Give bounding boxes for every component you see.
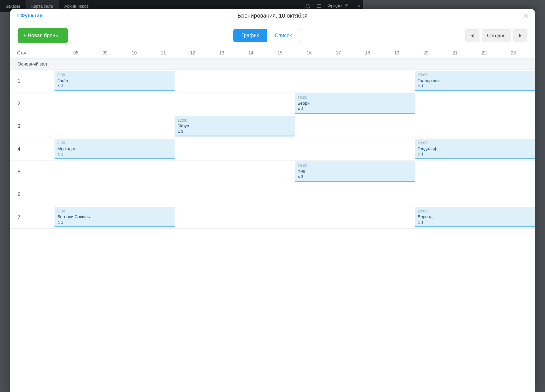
- table-id: 3: [10, 115, 54, 138]
- booking-guests: 1: [57, 151, 172, 157]
- booking-guests: 1: [57, 220, 172, 225]
- svg-rect-3: [345, 6, 348, 8]
- booking-block[interactable]: 8:00Меріадок1: [54, 139, 175, 159]
- table-row: 48:00Меріадок120:00Гендальф1: [10, 138, 363, 161]
- svg-point-12: [58, 153, 59, 154]
- svg-point-11: [178, 130, 179, 131]
- timeline-header: Стол 08091011121314151617181920212223: [10, 49, 363, 59]
- booking-time: 8:00: [57, 72, 172, 78]
- topbar-right: Фродо: [305, 3, 360, 9]
- booking-guests: 3: [177, 129, 292, 134]
- booking-name: Беггінси Саквіль: [57, 214, 172, 220]
- view-toggle: График Список: [233, 29, 300, 42]
- timeline-body[interactable]: Основний зал 18:00Глоїн320:00Галадріель1…: [10, 59, 363, 262]
- table-id: 2: [10, 92, 54, 115]
- table-id: 7: [10, 206, 54, 228]
- table-row: 6: [10, 183, 363, 206]
- table-timeline: 16:00Філі3: [54, 161, 363, 183]
- booking-block[interactable]: 8:00Глоїн3: [54, 71, 175, 91]
- booking-block[interactable]: 12:00Біфур3: [175, 116, 295, 136]
- table-timeline: 16:00Беорн4: [54, 92, 363, 115]
- new-booking-button[interactable]: + Новая бронь...: [18, 28, 68, 43]
- booking-time: 12:00: [177, 118, 292, 123]
- table-id: 4: [10, 138, 54, 160]
- booking-guests: 3: [57, 83, 172, 89]
- table-id: 1: [10, 70, 54, 92]
- timeline-grid: Основний зал 18:00Глоїн320:00Галадріель1…: [10, 59, 363, 262]
- hour-label: 14: [236, 50, 266, 56]
- table-row: 78:00Беггінси Саквіль120:00Елронд1: [10, 206, 363, 229]
- booking-time: 8:00: [57, 208, 172, 214]
- svg-point-10: [298, 108, 299, 109]
- svg-point-15: [58, 221, 59, 222]
- table-timeline: 12:00Біфур3: [54, 115, 363, 137]
- booking-guests: 3: [297, 174, 363, 180]
- booking-block[interactable]: 16:00Беорн4: [295, 93, 363, 114]
- table-timeline: 8:00Глоїн320:00Галадріель1: [54, 70, 363, 92]
- hour-label: 08: [61, 50, 91, 56]
- booking-time: 16:00: [297, 95, 363, 100]
- chevron-left-icon: [16, 14, 20, 18]
- booking-name: Філі: [297, 168, 363, 174]
- hour-label: 17: [324, 50, 353, 56]
- booking-block[interactable]: 16:00Філі3: [295, 161, 363, 182]
- table-timeline: 8:00Меріадок120:00Гендальф1: [54, 138, 363, 160]
- view-toggle-list[interactable]: Список: [267, 29, 300, 42]
- dialog-header: Функции Бронирования, 10 октября: [10, 9, 363, 23]
- lock-icon: [344, 3, 349, 9]
- bookings-dialog: Функции Бронирования, 10 октября + Новая…: [10, 9, 363, 262]
- menu-icon[interactable]: [316, 3, 322, 9]
- hour-label: 18: [353, 50, 364, 56]
- booking-name: Глоїн: [57, 78, 172, 83]
- back-button[interactable]: Функции: [16, 13, 43, 19]
- dialog-toolbar: + Новая бронь... График Список Сегодня: [10, 23, 363, 49]
- dialog-title: Бронирования, 10 октября: [10, 12, 363, 19]
- table-id: 6: [10, 183, 54, 206]
- hour-label: 09: [91, 50, 120, 56]
- bell-icon[interactable]: [305, 3, 311, 9]
- booking-time: 16:00: [297, 163, 363, 168]
- table-row: 18:00Глоїн320:00Галадріель1: [10, 70, 363, 92]
- booking-guests: 4: [297, 106, 363, 111]
- svg-point-14: [298, 176, 299, 177]
- status-dot: [358, 5, 360, 7]
- table-row: 516:00Філі3: [10, 161, 363, 183]
- table-row: 216:00Беорн4: [10, 92, 363, 115]
- booking-name: Беорн: [297, 100, 363, 106]
- table-timeline: [54, 183, 363, 205]
- table-column-header: Стол: [17, 50, 61, 56]
- hour-label: 13: [207, 50, 236, 56]
- hour-label: 15: [265, 50, 295, 56]
- user-menu[interactable]: Фродо: [327, 3, 349, 9]
- user-name: Фродо: [327, 3, 342, 9]
- hour-label: 16: [295, 50, 324, 56]
- back-label: Функции: [20, 13, 43, 19]
- table-timeline: 8:00Беггінси Саквіль120:00Елронд1: [54, 206, 363, 228]
- svg-point-8: [58, 85, 59, 86]
- hour-label: 11: [149, 50, 178, 56]
- hour-label: 10: [120, 50, 149, 56]
- booking-name: Біфур: [177, 123, 292, 129]
- booking-block[interactable]: 8:00Беггінси Саквіль1: [54, 207, 175, 227]
- table-id: 5: [10, 161, 54, 183]
- booking-time: 8:00: [57, 140, 172, 146]
- section-header: Основний зал: [10, 59, 363, 70]
- booking-name: Меріадок: [57, 146, 172, 151]
- hour-label: 12: [178, 50, 207, 56]
- table-row: 312:00Біфур3: [10, 115, 363, 138]
- view-toggle-chart[interactable]: График: [233, 29, 267, 42]
